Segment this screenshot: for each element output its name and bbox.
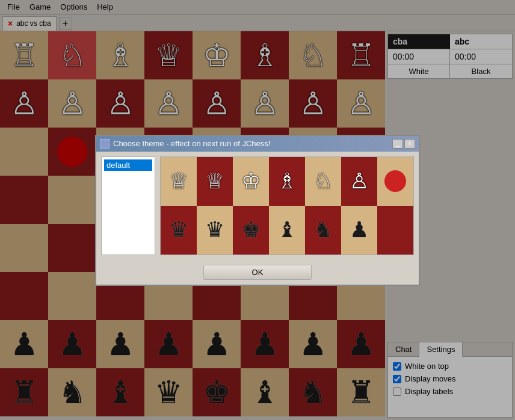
modal-overlay: Choose theme - effect on next run of JCh… bbox=[0, 0, 515, 420]
theme-piece: ♟ bbox=[350, 219, 369, 241]
theme-piece: ♗ bbox=[277, 170, 297, 192]
modal-minimize-button[interactable]: _ bbox=[392, 139, 403, 149]
modal-close-button[interactable]: × bbox=[404, 139, 415, 149]
theme-cell: ♗ bbox=[269, 157, 305, 206]
theme-default-item[interactable]: default bbox=[104, 159, 152, 171]
theme-piece: ♕ bbox=[169, 170, 188, 192]
modal-title-left: Choose theme - effect on next run of JCh… bbox=[100, 139, 270, 149]
theme-piece: ♝ bbox=[277, 219, 297, 241]
theme-cell: ♕ bbox=[197, 157, 233, 206]
theme-piece: ♘ bbox=[313, 170, 333, 192]
theme-piece: ♛ bbox=[169, 219, 188, 241]
theme-cell: ♕ bbox=[161, 157, 197, 206]
theme-cell bbox=[377, 157, 413, 206]
theme-cell: ♛ bbox=[161, 206, 197, 255]
modal-icon bbox=[100, 139, 109, 149]
modal-body: default ♕♕♔♗♘♙♛♛♚♝♞♟ bbox=[96, 152, 419, 260]
theme-cell: ♘ bbox=[305, 157, 341, 206]
theme-cell bbox=[377, 206, 413, 255]
theme-piece: ♞ bbox=[313, 219, 333, 241]
theme-cell: ♙ bbox=[341, 157, 377, 206]
theme-cell: ♚ bbox=[233, 206, 269, 255]
theme-piece: ♕ bbox=[205, 170, 224, 192]
theme-cell: ♛ bbox=[197, 206, 233, 255]
theme-piece: ♙ bbox=[350, 170, 369, 192]
theme-cell: ♔ bbox=[233, 157, 269, 206]
theme-piece: ♚ bbox=[241, 219, 261, 241]
theme-list: default bbox=[101, 156, 155, 255]
theme-cell: ♞ bbox=[305, 206, 341, 255]
theme-circle bbox=[384, 170, 406, 192]
modal-titlebar: Choose theme - effect on next run of JCh… bbox=[96, 136, 419, 152]
theme-modal: Choose theme - effect on next run of JCh… bbox=[95, 135, 420, 286]
modal-title-text: Choose theme - effect on next run of JCh… bbox=[113, 139, 270, 148]
theme-preview: ♕♕♔♗♘♙♛♛♚♝♞♟ bbox=[160, 156, 414, 255]
theme-cell: ♝ bbox=[269, 206, 305, 255]
modal-footer: OK bbox=[96, 260, 419, 285]
ok-button[interactable]: OK bbox=[203, 265, 312, 280]
theme-cell: ♟ bbox=[341, 206, 377, 255]
theme-piece: ♛ bbox=[205, 219, 224, 241]
theme-piece: ♔ bbox=[241, 170, 261, 192]
modal-title-buttons: _ × bbox=[392, 139, 415, 149]
